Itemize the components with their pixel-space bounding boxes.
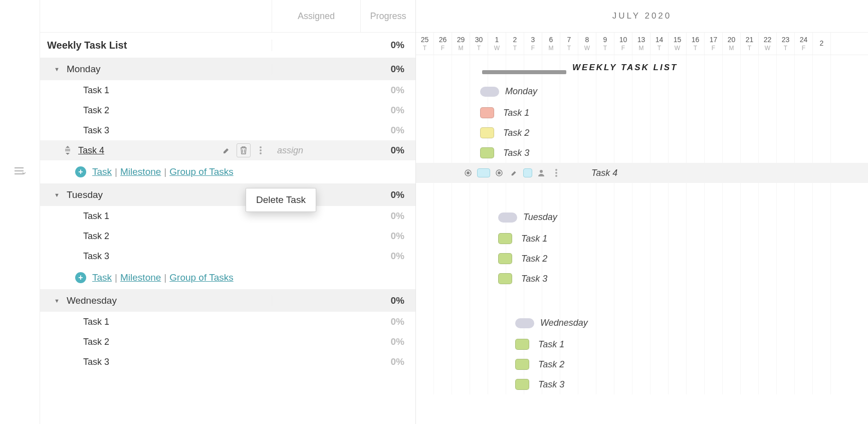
month-header: JULY 2020 <box>416 0 868 33</box>
svg-rect-0 <box>65 149 70 150</box>
group-header[interactable]: ▼Wednesday <box>40 295 272 306</box>
svg-point-6 <box>467 171 470 174</box>
gantt-group-label: Wednesday <box>540 318 588 328</box>
gantt-group-pill[interactable] <box>498 213 517 223</box>
date-cell[interactable]: 24F <box>795 33 813 55</box>
task-row[interactable]: Task 2 <box>40 337 272 347</box>
gantt-task-bar[interactable] <box>480 127 494 138</box>
date-cell[interactable]: 2T <box>506 33 524 55</box>
date-cell[interactable]: 9T <box>596 33 614 55</box>
svg-point-8 <box>498 171 501 174</box>
more-icon[interactable] <box>255 144 267 156</box>
context-menu-delete-task[interactable]: Delete Task <box>246 188 316 212</box>
date-cell[interactable]: 20M <box>723 33 741 55</box>
group-header[interactable]: ▼Tuesday <box>40 189 272 200</box>
task-progress: 0% <box>361 85 415 96</box>
task-row[interactable]: Task 3 <box>40 251 272 262</box>
date-cell[interactable]: 10F <box>614 33 632 55</box>
task-progress: 0% <box>361 316 415 327</box>
date-cell[interactable]: 8W <box>578 33 596 55</box>
task-name: Task 3 <box>83 357 109 367</box>
add-milestone-link[interactable]: Milestone <box>120 272 161 283</box>
date-cell[interactable]: 22W <box>759 33 777 55</box>
gantt-title-label: WEEKLY TASK LIST <box>572 63 678 73</box>
date-cell[interactable]: 7T <box>560 33 578 55</box>
task-row[interactable]: Task 3 <box>40 125 272 136</box>
chevron-down-icon[interactable]: ▼ <box>54 66 60 72</box>
task-row[interactable]: Task 1 <box>40 211 272 222</box>
group-progress: 0% <box>361 64 415 75</box>
project-progress: 0% <box>361 40 415 51</box>
gantt-task-bar[interactable] <box>515 359 529 370</box>
chevron-down-icon[interactable]: ▼ <box>54 192 60 198</box>
progress-column-header[interactable]: Progress <box>361 0 415 32</box>
gantt-task-label: Task 1 <box>521 234 547 244</box>
task-row[interactable]: Task 3 <box>40 357 272 367</box>
svg-point-10 <box>555 169 557 171</box>
more-vert-icon[interactable] <box>550 167 562 179</box>
drag-handle-icon[interactable] <box>64 146 71 155</box>
assign-placeholder[interactable]: assign <box>277 145 303 156</box>
gantt-task-bar[interactable] <box>515 339 529 350</box>
date-cell[interactable]: 14T <box>650 33 669 55</box>
add-milestone-link[interactable]: Milestone <box>120 166 161 177</box>
gantt-task-bar[interactable] <box>480 107 494 118</box>
trash-icon[interactable] <box>237 143 251 157</box>
date-cell[interactable]: 2 <box>813 33 831 55</box>
date-cell[interactable]: 21T <box>741 33 759 55</box>
gantt-task-label: Task 4 <box>591 168 617 178</box>
gantt-task-label: Task 1 <box>503 108 529 118</box>
list-icon[interactable] <box>15 167 26 175</box>
gantt-task-bar[interactable] <box>477 168 490 177</box>
add-group-link[interactable]: Group of Tasks <box>169 166 233 177</box>
gantt-group-pill[interactable] <box>480 87 499 97</box>
task-name: Task 2 <box>83 337 109 347</box>
group-header[interactable]: ▼Monday <box>40 64 272 75</box>
task-row[interactable]: Task 1 <box>40 317 272 327</box>
date-cell[interactable]: 29M <box>452 33 470 55</box>
date-cell[interactable]: 6M <box>542 33 560 55</box>
pencil-icon[interactable] <box>508 167 520 179</box>
date-cell[interactable]: 13M <box>632 33 650 55</box>
date-cell[interactable]: 15W <box>669 33 687 55</box>
project-title[interactable]: Weekly Task List <box>40 40 272 51</box>
gantt-summary-bar <box>482 70 566 74</box>
gantt-task-bar[interactable] <box>498 273 512 284</box>
edit-icon[interactable] <box>221 144 233 156</box>
assigned-column-header[interactable]: Assigned <box>272 0 361 32</box>
date-cell[interactable]: 1W <box>488 33 506 55</box>
task-row[interactable]: Task 2 <box>40 231 272 242</box>
circle-end-icon[interactable] <box>493 167 505 179</box>
add-group-link[interactable]: Group of Tasks <box>169 272 233 283</box>
gantt-task-toolbar <box>462 167 562 179</box>
task-name[interactable]: Task 4 <box>78 145 104 156</box>
svg-point-11 <box>555 172 557 174</box>
task-row[interactable]: Task 2 <box>40 105 272 116</box>
date-cell[interactable]: 26F <box>434 33 452 55</box>
task-progress: 0% <box>361 105 415 116</box>
date-cell[interactable]: 3F <box>524 33 542 55</box>
date-cell[interactable]: 17F <box>705 33 723 55</box>
gantt-task-bar[interactable] <box>515 379 529 390</box>
plus-icon[interactable]: + <box>75 166 86 177</box>
task-row[interactable]: Task 1 <box>40 85 272 96</box>
date-cell[interactable]: 30T <box>470 33 488 55</box>
task-row[interactable]: Task 4 <box>40 143 272 157</box>
date-cell[interactable]: 23T <box>777 33 795 55</box>
task-progress: 0% <box>361 336 415 347</box>
add-task-link[interactable]: Task <box>92 272 112 283</box>
circle-start-icon[interactable] <box>462 167 474 179</box>
add-task-link[interactable]: Task <box>92 166 112 177</box>
group-name: Monday <box>67 64 101 75</box>
date-cell[interactable]: 16T <box>687 33 705 55</box>
date-cell[interactable]: 25T <box>416 33 434 55</box>
gantt-group-pill[interactable] <box>515 318 534 328</box>
task-name: Task 3 <box>83 125 109 136</box>
plus-icon[interactable]: + <box>75 272 86 283</box>
gantt-task-bar[interactable] <box>498 233 512 244</box>
user-icon[interactable] <box>535 167 547 179</box>
gantt-task-bar[interactable] <box>498 253 512 264</box>
color-swatch-icon[interactable] <box>523 168 532 177</box>
gantt-task-bar[interactable] <box>480 147 494 158</box>
chevron-down-icon[interactable]: ▼ <box>54 298 60 304</box>
